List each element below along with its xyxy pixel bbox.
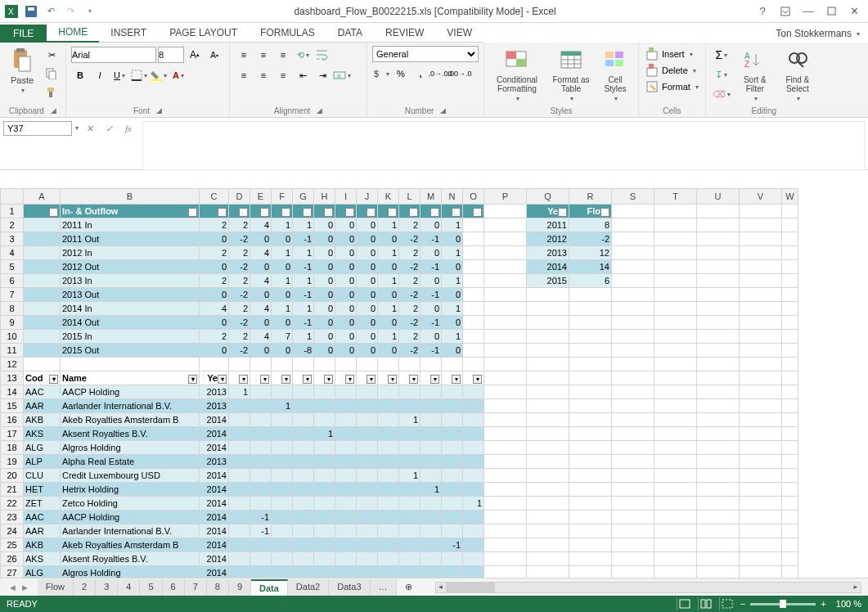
- cell[interactable]: 1: [293, 274, 314, 288]
- cell[interactable]: [293, 441, 314, 455]
- filter-dropdown-icon[interactable]: ▾: [260, 208, 269, 217]
- cell[interactable]: 8: [569, 218, 612, 232]
- align-left-icon[interactable]: ≡: [235, 66, 253, 84]
- cell[interactable]: [612, 552, 654, 566]
- cell[interactable]: [378, 427, 399, 441]
- cell[interactable]: [740, 511, 782, 524]
- cell[interactable]: [654, 399, 697, 413]
- cell[interactable]: 0: [378, 344, 399, 358]
- sheet-tab[interactable]: …: [371, 579, 397, 596]
- cell[interactable]: 0: [250, 232, 272, 246]
- cell[interactable]: 6: [569, 274, 612, 288]
- filter-dropdown-icon[interactable]: ▾: [324, 375, 333, 384]
- sheet-tab[interactable]: 4: [118, 579, 140, 596]
- cell[interactable]: -2: [399, 232, 421, 246]
- cell[interactable]: [463, 232, 484, 246]
- percent-format-icon[interactable]: %: [392, 65, 410, 83]
- cell[interactable]: [272, 566, 293, 578]
- cell[interactable]: [740, 441, 782, 455]
- cell[interactable]: 1: [293, 302, 314, 316]
- cell[interactable]: [421, 552, 442, 566]
- cell[interactable]: [740, 371, 782, 385]
- cell[interactable]: [335, 413, 357, 427]
- cell[interactable]: 2: [200, 330, 229, 344]
- cell[interactable]: ▾: [293, 205, 314, 218]
- cell[interactable]: [335, 566, 357, 578]
- cell[interactable]: ▾: [378, 371, 399, 385]
- cell[interactable]: [782, 483, 798, 497]
- cell[interactable]: 2: [229, 246, 250, 260]
- worksheet-grid[interactable]: ABCDEFGHIJKLMNOPQRSTUVW 1▾In- & Outflow▾…: [0, 188, 868, 578]
- sheet-tab[interactable]: 2: [74, 579, 96, 596]
- cell[interactable]: [740, 316, 782, 330]
- cell[interactable]: [357, 538, 378, 552]
- row-header[interactable]: 25: [1, 538, 24, 552]
- cell[interactable]: 0: [250, 260, 272, 274]
- cell[interactable]: 2: [200, 218, 229, 232]
- cell[interactable]: [697, 218, 740, 232]
- cell[interactable]: [24, 344, 61, 358]
- cell[interactable]: [782, 232, 798, 246]
- cell[interactable]: [463, 260, 484, 274]
- cell[interactable]: [484, 552, 527, 566]
- cell[interactable]: ▾: [399, 205, 421, 218]
- cell[interactable]: [740, 302, 782, 316]
- cell[interactable]: [229, 511, 250, 524]
- cell[interactable]: [569, 427, 612, 441]
- cell[interactable]: -2: [399, 260, 421, 274]
- cell[interactable]: 1: [399, 413, 421, 427]
- file-tab[interactable]: FILE: [0, 25, 47, 43]
- enter-formula-icon[interactable]: ✓: [100, 121, 118, 136]
- cell[interactable]: [697, 358, 740, 371]
- filter-dropdown-icon[interactable]: ▾: [239, 375, 248, 384]
- align-top-icon[interactable]: ≡: [235, 46, 253, 64]
- cell[interactable]: [740, 205, 782, 218]
- filter-dropdown-icon[interactable]: ▾: [260, 375, 269, 384]
- col-header[interactable]: S: [612, 189, 654, 205]
- format-painter-icon[interactable]: [43, 83, 61, 101]
- cell[interactable]: [463, 358, 484, 371]
- align-bottom-icon[interactable]: ≡: [274, 46, 292, 64]
- cell[interactable]: [782, 246, 798, 260]
- cell[interactable]: Aarlander International B.V.: [61, 399, 200, 413]
- cell[interactable]: ▾: [335, 205, 357, 218]
- cell[interactable]: 2014: [200, 566, 229, 578]
- col-header[interactable]: R: [569, 189, 612, 205]
- cell[interactable]: [612, 302, 654, 316]
- cell[interactable]: 2011 In: [61, 218, 200, 232]
- cell[interactable]: 2013: [200, 385, 229, 399]
- cell[interactable]: 2013: [200, 455, 229, 469]
- cell[interactable]: 2014: [200, 413, 229, 427]
- cell[interactable]: [229, 566, 250, 578]
- cell[interactable]: [24, 232, 61, 246]
- cell[interactable]: [442, 441, 463, 455]
- cell[interactable]: 2: [200, 274, 229, 288]
- cell[interactable]: [272, 524, 293, 538]
- cell[interactable]: [740, 538, 782, 552]
- cell[interactable]: [782, 260, 798, 274]
- cell[interactable]: -2: [229, 344, 250, 358]
- user-name[interactable]: Ton Stokkermans▾: [767, 25, 868, 43]
- row-header[interactable]: 7: [1, 288, 24, 302]
- cell[interactable]: [250, 385, 272, 399]
- cell[interactable]: [463, 469, 484, 483]
- cell[interactable]: [782, 205, 798, 218]
- cell[interactable]: CLU: [24, 469, 61, 483]
- cell[interactable]: [442, 483, 463, 497]
- cell[interactable]: [654, 413, 697, 427]
- qat-dropdown-icon[interactable]: ▾: [82, 3, 98, 20]
- minimize-icon[interactable]: —: [798, 3, 819, 20]
- cell[interactable]: [697, 302, 740, 316]
- cell[interactable]: 0: [421, 274, 442, 288]
- cell[interactable]: [421, 511, 442, 524]
- cell[interactable]: -2: [229, 260, 250, 274]
- col-header[interactable]: O: [463, 189, 484, 205]
- maximize-icon[interactable]: [821, 3, 842, 20]
- format-as-table-button[interactable]: Format as Table▾: [548, 46, 594, 104]
- cell[interactable]: 2: [229, 218, 250, 232]
- cell[interactable]: [697, 538, 740, 552]
- cell[interactable]: 0: [378, 288, 399, 302]
- cell[interactable]: [463, 330, 484, 344]
- cell[interactable]: [569, 358, 612, 371]
- cell[interactable]: [484, 427, 527, 441]
